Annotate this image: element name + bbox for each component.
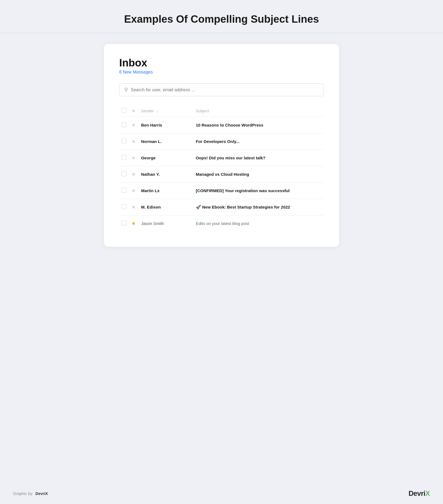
table-row: ★ Jason Smith Edits on your latest blog …: [119, 215, 324, 232]
star-cell: ★: [129, 183, 139, 199]
subject-text: Edits on your latest blog post: [196, 221, 249, 226]
row-checkbox[interactable]: [121, 204, 126, 209]
table-row: ★ Ben Harris 10 Reasons to Choose WordPr…: [119, 117, 324, 133]
select-all-checkbox[interactable]: [121, 108, 126, 113]
devrix-logo-main: Devri: [409, 490, 425, 497]
subject-text: Oops! Did you miss our latest talk?: [196, 156, 266, 160]
checkbox-cell: [119, 215, 129, 232]
row-checkbox[interactable]: [121, 139, 126, 143]
subject-text: 🚀 New Ebook: Best Startup Strategies for…: [196, 205, 290, 209]
search-icon: ⚲: [124, 87, 128, 93]
sender-name: George: [141, 156, 156, 160]
sender-column-header[interactable]: Sender ↓: [139, 105, 194, 117]
sender-name: M. Edison: [141, 205, 161, 209]
star-cell: ★: [129, 117, 139, 133]
sender-name: Jason Smith: [141, 221, 164, 226]
sender-cell: M. Edison: [139, 199, 194, 215]
table-row: ★ George Oops! Did you miss our latest t…: [119, 150, 324, 166]
star-toggle-icon[interactable]: ★: [131, 171, 136, 177]
sender-cell: George: [139, 150, 194, 166]
subject-text: Managed vs Cloud Hosting: [196, 172, 249, 177]
page-title: Examples Of Compelling Subject Lines: [113, 0, 330, 33]
subject-cell: [CONFIRMED] Your registration was succes…: [194, 183, 324, 199]
sender-name: Ben Harris: [141, 123, 162, 127]
subject-column-header: Subject: [194, 105, 324, 117]
star-header: ★: [129, 105, 139, 117]
title-divider: [0, 33, 443, 33]
subject-cell: 🚀 New Ebook: Best Startup Strategies for…: [194, 199, 324, 215]
sender-cell: Norman L.: [139, 133, 194, 150]
subject-cell: Oops! Did you miss our latest talk?: [194, 150, 324, 166]
sender-cell: Nathan Y.: [139, 166, 194, 183]
inbox-header: Inbox 6 New Messages: [119, 57, 324, 75]
star-toggle-icon[interactable]: ★: [131, 122, 136, 128]
star-toggle-icon[interactable]: ★: [131, 155, 136, 161]
table-row: ★ M. Edison 🚀 New Ebook: Best Startup St…: [119, 199, 324, 215]
sender-cell: Martin Lx: [139, 183, 194, 199]
footer: Graphic by: DevriX DevriX: [0, 483, 443, 504]
star-toggle-icon[interactable]: ★: [131, 221, 136, 226]
subject-text: For Developers Only...: [196, 139, 240, 144]
sender-cell: Ben Harris: [139, 117, 194, 133]
table-row: ★ Nathan Y. Managed vs Cloud Hosting: [119, 166, 324, 183]
checkbox-cell: [119, 199, 129, 215]
inbox-subtitle: 6 New Messages: [119, 70, 324, 75]
search-bar: ⚲: [119, 83, 324, 96]
sender-name: Martin Lx: [141, 188, 160, 193]
footer-credit-label: Graphic by:: [13, 491, 33, 496]
subject-cell: For Developers Only...: [194, 133, 324, 150]
subject-cell: 10 Reasons to Choose WordPress: [194, 117, 324, 133]
row-checkbox[interactable]: [121, 155, 126, 160]
footer-credit: Graphic by: DevriX: [13, 491, 48, 496]
search-input[interactable]: [131, 87, 319, 92]
star-cell: ★: [129, 166, 139, 183]
inbox-title: Inbox: [119, 57, 324, 69]
email-table: ★ Sender ↓ Subject ★ Ben Harris: [119, 105, 324, 232]
checkbox-cell: [119, 183, 129, 199]
star-cell: ★: [129, 150, 139, 166]
devrix-logo: DevriX: [409, 490, 430, 497]
inbox-card: Inbox 6 New Messages ⚲ ★ Sender ↓ Subjec…: [104, 44, 339, 247]
row-checkbox[interactable]: [121, 171, 126, 176]
checkbox-cell: [119, 133, 129, 150]
row-checkbox[interactable]: [121, 188, 126, 193]
star-toggle-icon[interactable]: ★: [131, 188, 136, 194]
star-cell: ★: [129, 133, 139, 150]
star-toggle-icon[interactable]: ★: [131, 204, 136, 210]
checkbox-cell: [119, 117, 129, 133]
sender-name: Norman L.: [141, 139, 162, 144]
checkbox-header: [119, 105, 129, 117]
devrix-logo-x: X: [425, 490, 430, 497]
row-checkbox[interactable]: [121, 122, 126, 127]
checkbox-cell: [119, 166, 129, 183]
subject-cell: Edits on your latest blog post: [194, 215, 324, 232]
table-row: ★ Norman L. For Developers Only...: [119, 133, 324, 150]
table-row: ★ Martin Lx [CONFIRMED] Your registratio…: [119, 183, 324, 199]
star-cell: ★: [129, 199, 139, 215]
star-header-icon: ★: [131, 108, 136, 114]
subject-text: 10 Reasons to Choose WordPress: [196, 123, 263, 127]
footer-credit-name: DevriX: [36, 491, 48, 496]
checkbox-cell: [119, 150, 129, 166]
sender-name: Nathan Y.: [141, 172, 160, 177]
table-header-row: ★ Sender ↓ Subject: [119, 105, 324, 117]
sort-arrow-icon: ↓: [156, 109, 158, 113]
row-checkbox[interactable]: [121, 221, 126, 225]
sender-cell: Jason Smith: [139, 215, 194, 232]
star-cell: ★: [129, 215, 139, 232]
subject-text: [CONFIRMED] Your registration was succes…: [196, 188, 290, 193]
star-toggle-icon[interactable]: ★: [131, 139, 136, 144]
subject-cell: Managed vs Cloud Hosting: [194, 166, 324, 183]
